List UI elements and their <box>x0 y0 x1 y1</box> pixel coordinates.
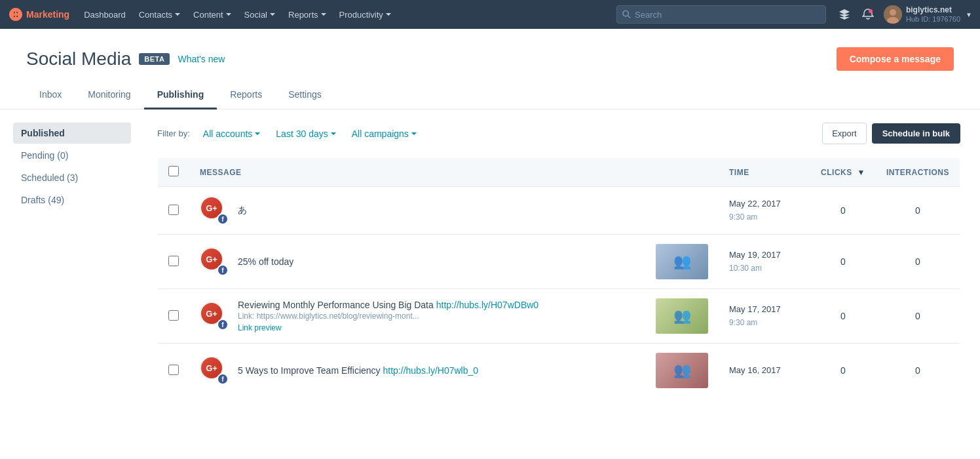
time-cell: May 19, 2017 10:30 am <box>719 235 810 289</box>
social-caret <box>270 13 275 16</box>
time-date: May 22, 2017 <box>729 197 800 211</box>
reports-caret <box>321 13 326 16</box>
message-link[interactable]: http://hubs.ly/H07wDBw0 <box>436 300 538 310</box>
tab-reports[interactable]: Reports <box>217 81 275 110</box>
clicks-sort-arrow: ▼ <box>857 168 865 177</box>
clicks-cell: 0 <box>810 289 876 344</box>
compose-button[interactable]: Compose a message <box>837 47 954 71</box>
row-checkbox-3[interactable] <box>168 310 179 321</box>
tab-monitoring[interactable]: Monitoring <box>75 81 143 110</box>
message-sublink: Link: https://www.biglytics.net/blog/rev… <box>238 311 538 321</box>
tab-publishing[interactable]: Publishing <box>144 81 217 110</box>
facebook-badge: f <box>217 319 229 330</box>
accounts-filter[interactable]: All accounts <box>198 126 265 142</box>
contacts-caret <box>175 13 180 16</box>
topnav: Marketing Dashboard Contacts Content Soc… <box>0 0 980 29</box>
search-input[interactable] <box>635 10 820 20</box>
sidebar-item-pending[interactable]: Pending (0) <box>13 145 131 166</box>
social-icon-stack: G+ f <box>200 247 229 276</box>
tabs-bar: Inbox Monitoring Publishing Reports Sett… <box>0 81 980 110</box>
days-caret <box>331 132 336 135</box>
interactions-cell: 0 <box>876 289 960 344</box>
nav-contacts[interactable]: Contacts <box>132 0 187 29</box>
message-text: 5 Ways to Improve Team Efficiency http:/… <box>238 365 478 376</box>
message-body: Reviewing Monthly Performance Using Big … <box>238 300 436 310</box>
link-preview-label[interactable]: Link preview <box>238 323 538 332</box>
user-caret: ▼ <box>966 11 972 18</box>
nav-productivity[interactable]: Productivity <box>333 0 398 29</box>
col-header-clicks[interactable]: CLICKS ▼ <box>810 158 876 187</box>
academy-icon[interactable] <box>834 4 855 25</box>
clicks-cell: 0 <box>810 235 876 289</box>
clicks-cell: 0 <box>810 344 876 398</box>
schedule-bulk-button[interactable]: Schedule in bulk <box>872 123 960 144</box>
page-title: Social Media <box>26 49 131 70</box>
productivity-caret <box>386 13 391 16</box>
message-thumbnail: 👥 <box>656 298 708 334</box>
export-button[interactable]: Export <box>822 123 867 144</box>
svg-point-1 <box>623 10 628 16</box>
row-checkbox-2[interactable] <box>168 256 179 266</box>
nav-social[interactable]: Social <box>238 0 282 29</box>
table-row: G+ f あ May 22, 2017 9:30 am 00 <box>158 187 960 235</box>
notifications-icon[interactable] <box>857 4 878 25</box>
user-name: biglytics.net <box>906 5 960 14</box>
user-info: biglytics.net Hub ID: 1976760 <box>906 5 960 24</box>
message-text: あ <box>238 205 247 216</box>
beta-badge: BETA <box>139 53 170 65</box>
table-header-row: MESSAGE TIME CLICKS ▼ INTERACTIONS <box>158 158 960 187</box>
left-sidebar: Published Pending (0) Scheduled (3) Draf… <box>0 110 144 448</box>
svg-point-5 <box>890 9 896 16</box>
time-date: May 16, 2017 <box>729 364 800 378</box>
clicks-cell: 0 <box>810 187 876 235</box>
col-header-message: MESSAGE <box>189 158 719 187</box>
whats-new-link[interactable]: What's new <box>178 54 225 64</box>
svg-point-0 <box>14 12 18 16</box>
row-checkbox-4[interactable] <box>168 365 179 375</box>
svg-point-3 <box>869 9 873 13</box>
time-cell: May 17, 2017 9:30 am <box>719 289 810 344</box>
table-row: G+ f Reviewing Monthly Performance Using… <box>158 289 960 344</box>
search-box[interactable] <box>616 5 826 24</box>
social-icon-stack: G+ f <box>200 196 229 225</box>
avatar <box>884 5 902 24</box>
sidebar-item-published[interactable]: Published <box>13 123 131 144</box>
time-hour: 9:30 am <box>729 317 800 329</box>
filter-bar: Filter by: All accounts Last 30 days All… <box>157 123 960 144</box>
content-caret <box>226 13 231 16</box>
days-filter[interactable]: Last 30 days <box>271 126 341 142</box>
time-date: May 19, 2017 <box>729 249 800 262</box>
user-menu[interactable]: biglytics.net Hub ID: 1976760 ▼ <box>884 5 972 24</box>
message-body: 5 Ways to Improve Team Efficiency <box>238 365 383 376</box>
message-body: 25% off today <box>238 256 293 267</box>
topnav-icons <box>834 4 878 25</box>
tab-inbox[interactable]: Inbox <box>26 81 75 110</box>
nav-dashboard[interactable]: Dashboard <box>77 0 132 29</box>
message-body: あ <box>238 205 247 215</box>
nav-reports[interactable]: Reports <box>282 0 333 29</box>
nav-content[interactable]: Content <box>187 0 238 29</box>
hub-id: Hub ID: 1976760 <box>906 15 960 24</box>
time-hour: 9:30 am <box>729 211 800 224</box>
campaigns-filter[interactable]: All campaigns <box>347 126 422 142</box>
col-header-check <box>158 158 190 187</box>
sidebar-item-scheduled[interactable]: Scheduled (3) <box>13 167 131 188</box>
tab-settings[interactable]: Settings <box>275 81 335 110</box>
main-content: Filter by: All accounts Last 30 days All… <box>144 110 980 448</box>
interactions-cell: 0 <box>876 187 960 235</box>
sidebar-item-drafts[interactable]: Drafts (49) <box>13 190 131 210</box>
message-thumbnail: 👥 <box>656 244 708 279</box>
brand-label: Marketing <box>26 9 69 20</box>
time-date: May 17, 2017 <box>729 303 800 317</box>
message-text: Reviewing Monthly Performance Using Big … <box>238 300 538 332</box>
svg-line-2 <box>628 16 630 18</box>
select-all-checkbox[interactable] <box>168 166 179 176</box>
content-area: Published Pending (0) Scheduled (3) Draf… <box>0 110 980 448</box>
facebook-badge: f <box>217 373 229 385</box>
message-link[interactable]: http://hubs.ly/H07wlb_0 <box>383 365 479 376</box>
interactions-cell: 0 <box>876 235 960 289</box>
messages-table: MESSAGE TIME CLICKS ▼ INTERACTIONS G+ f … <box>157 157 960 398</box>
brand-logo[interactable]: Marketing <box>8 7 72 22</box>
page-title-area: Social Media BETA What's new <box>26 49 225 70</box>
row-checkbox-1[interactable] <box>168 205 179 215</box>
